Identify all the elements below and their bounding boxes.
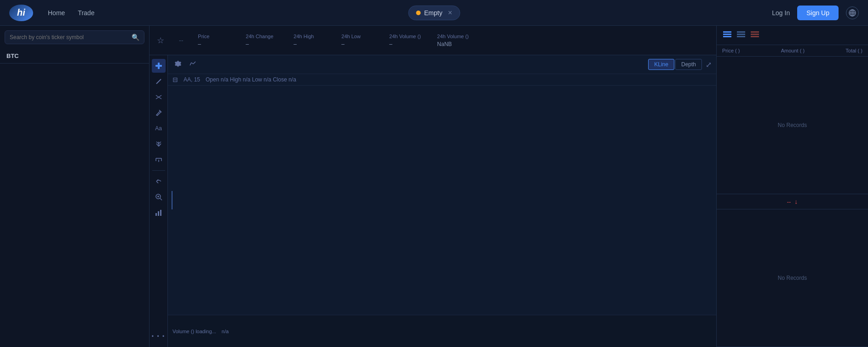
zoom-tool-btn[interactable] [152,190,166,204]
svg-rect-32 [723,36,731,37]
left-sidebar: 🔍 BTC [0,26,149,347]
stat-24h-volume1: 24h Volume () – [389,34,426,47]
signup-button[interactable]: Sign Up [797,6,839,20]
nav-right: Log In Sign Up [772,6,859,20]
svg-rect-24 [158,211,159,216]
btc-label: BTC [0,49,149,64]
current-price-indicator: -- ↓ [717,194,868,209]
search-input[interactable] [10,34,132,40]
svg-line-29 [193,62,195,64]
svg-line-6 [156,79,161,84]
chart-info-bar: ⊟ AA, 15 Open n/a High n/a Low n/a Close… [168,74,716,86]
stat-24h-volume2: 24h Volume () NaNB [437,34,474,47]
line-tool-btn[interactable] [152,75,166,88]
vol2-value: NaNB [437,41,474,47]
svg-rect-5 [155,65,162,67]
vol1-label: 24h Volume () [389,34,426,39]
change-label: 24h Change [246,34,282,39]
svg-rect-33 [737,31,745,33]
svg-line-27 [190,63,191,65]
stats-bar: ☆ -- Price – 24h Change – 24h High – 24h… [149,26,716,55]
svg-rect-35 [737,36,745,37]
chart-tools-panel: Aa [149,55,168,347]
logo: hi [9,5,33,21]
stat-price: Price – [198,34,235,47]
volume-bar: Volume () loading... n/a [168,315,716,347]
login-button[interactable]: Log In [772,9,790,17]
chart-body[interactable] [168,86,716,315]
indicator-tool-btn[interactable] [152,206,166,220]
price-col-header: Price ( ) [722,48,740,53]
tool-divider [152,170,165,171]
center-content: ☆ -- Price – 24h Change – 24h High – 24h… [149,26,716,347]
svg-rect-31 [723,34,731,35]
nav-trade[interactable]: Trade [78,9,94,17]
chart-collapse-icon[interactable]: ⊟ [172,76,178,83]
chart-container: Aa [149,55,716,347]
main-layout: 🔍 BTC ☆ -- Price – 24h Change – 24h High… [0,26,868,347]
chart-cursor-line [172,191,172,209]
svg-line-20 [160,198,162,200]
depth-btn[interactable]: Depth [675,59,702,70]
svg-rect-34 [737,34,745,35]
high-label: 24h High [293,34,330,39]
undo-tool-btn[interactable] [152,174,166,188]
svg-rect-37 [751,34,759,35]
vol1-value: – [389,41,426,47]
buy-no-records: No Records [770,267,814,289]
current-price-display: -- [787,198,791,205]
language-globe-icon[interactable] [846,6,859,19]
svg-line-28 [191,63,193,64]
search-icon[interactable]: 🔍 [132,34,139,41]
price-direction-arrow: ↓ [794,198,798,205]
orderbook-columns: Price ( ) Amount ( ) Total ( ) [717,45,868,57]
stat-24h-low: 24h Low – [341,34,378,47]
svg-rect-38 [751,36,759,37]
change-value: – [246,41,282,47]
settings-btn[interactable] [172,58,184,71]
svg-rect-25 [160,210,161,216]
vol2-label: 24h Volume () [437,34,474,39]
buy-orders-section: No Records [717,209,868,347]
fullscreen-btn[interactable]: ⤢ [706,60,712,69]
chart-period: AA, 15 [184,76,200,83]
chart-type-icon-btn[interactable] [187,58,198,71]
low-label: 24h Low [341,34,378,39]
high-value: – [293,41,330,47]
ticker-close-btn[interactable]: × [448,9,452,17]
orderbook-view-sell-btn[interactable] [750,29,760,41]
nav-home[interactable]: Home [48,9,65,17]
stat-24h-high: 24h High – [293,34,330,47]
pen-tool-btn[interactable] [152,106,166,120]
chart-type-buttons: KLine Depth [648,59,702,70]
svg-rect-36 [751,31,759,33]
crosshair-tool-btn[interactable] [152,59,166,73]
fork-tool-btn[interactable] [152,137,166,151]
right-sidebar-orderbook: Price ( ) Amount ( ) Total ( ) No Record… [716,26,868,347]
chart-ohlc: Open n/a High n/a Low n/a Close n/a [206,76,296,83]
more-tools-dots[interactable]: • • • [152,333,165,343]
svg-rect-30 [723,31,731,33]
stats-separator: -- [179,37,183,44]
ticker-badge: Empty × [408,6,460,20]
price-label: Price [198,34,235,39]
text-tool-btn[interactable]: Aa [152,121,166,135]
search-box: 🔍 [5,30,144,44]
orderbook-view-all-btn[interactable] [722,29,732,41]
ticker-dot [416,11,420,15]
top-navigation: hi Home Trade Empty × Log In Sign Up [0,0,868,26]
trend-tool-btn[interactable] [152,90,166,104]
volume-label: Volume () loading... [172,329,216,334]
kline-btn[interactable]: KLine [648,59,674,70]
ticker-label: Empty [424,9,443,17]
amount-col-header: Amount ( ) [781,48,805,53]
volume-value: n/a [222,329,229,334]
orderbook-view-buy-btn[interactable] [736,29,746,41]
sell-no-records: No Records [770,115,814,136]
favorite-star-icon[interactable]: ☆ [157,35,164,46]
orderbook-header [717,26,868,45]
price-value: – [198,41,235,47]
sell-orders-section: No Records [717,57,868,194]
low-value: – [341,41,378,47]
measure-tool-btn[interactable] [152,153,166,167]
